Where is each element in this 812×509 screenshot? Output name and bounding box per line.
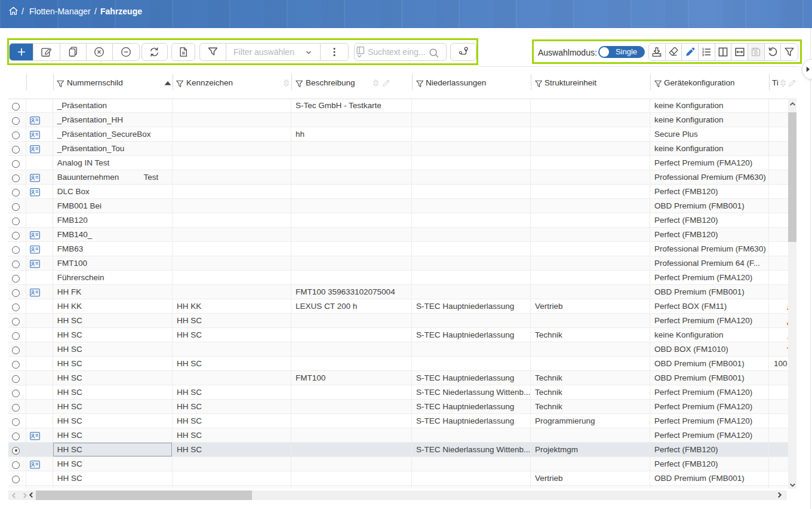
svg-text:3: 3 <box>702 53 704 57</box>
